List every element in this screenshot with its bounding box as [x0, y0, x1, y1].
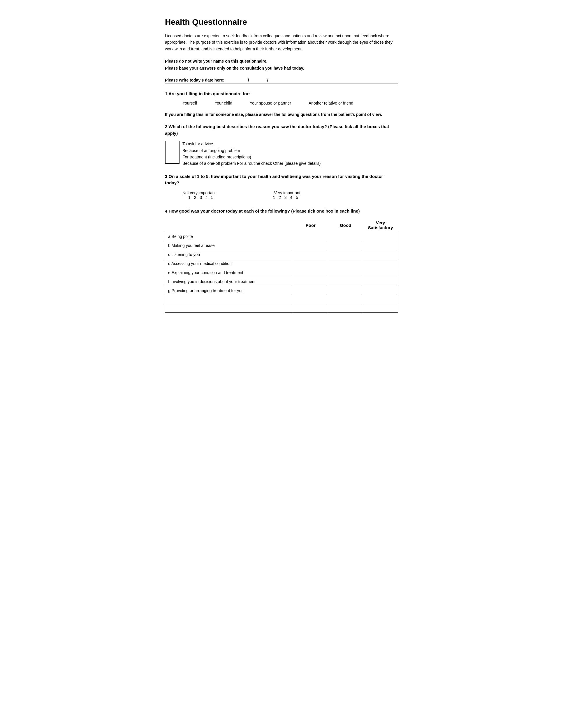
table-cell-5-2[interactable]: [363, 277, 398, 286]
table-cell-label-2: c Listening to you: [165, 250, 293, 259]
table-cell-6-2[interactable]: [363, 286, 398, 295]
table-col-header-good: Good: [328, 218, 363, 232]
table-cell-4-1[interactable]: [328, 268, 363, 277]
table-col-header-very-satisfactory: Very Satisfactory: [363, 218, 398, 232]
table-cell-7-0[interactable]: [293, 295, 328, 304]
q2-label: 2 Which of the following best describes …: [165, 123, 398, 137]
q1-label: 1 Are you filling in this questionnaire …: [165, 91, 398, 96]
q2-option-2: Because of an ongoing problem: [182, 147, 321, 154]
table-cell-6-0[interactable]: [293, 286, 328, 295]
table-cell-1-1[interactable]: [328, 241, 363, 250]
date-slash: / /: [233, 78, 268, 82]
q2-option-1: To ask for advice: [182, 141, 321, 147]
table-row: b Making you feel at ease: [165, 241, 398, 250]
scale-numbers-left: 1 2 3 4 5: [188, 195, 215, 200]
table-cell-2-1[interactable]: [328, 250, 363, 259]
date-row: Please write today's date here: / /: [165, 78, 398, 84]
page-title: Health Questionnaire: [165, 17, 398, 27]
table-row: a Being polite: [165, 232, 398, 241]
table-cell-4-2[interactable]: [363, 268, 398, 277]
table-cell-label-3: d Assessing your medical condition: [165, 259, 293, 268]
q4-label: 4 How good was your doctor today at each…: [165, 208, 398, 215]
table-row: e Explaining your condition and treatmen…: [165, 268, 398, 277]
table-row: c Listening to you: [165, 250, 398, 259]
q2-option-3: For treatment (including prescriptions): [182, 154, 321, 160]
table-cell-0-0[interactable]: [293, 232, 328, 241]
option-your-child: Your child: [214, 101, 232, 105]
scale-numbers-row: 1 2 3 4 5 1 2 3 4 5: [188, 195, 398, 200]
table-cell-6-1[interactable]: [328, 286, 363, 295]
table-cell-label-0: a Being polite: [165, 232, 293, 241]
someone-else-note: If you are filling this in for someone e…: [165, 111, 398, 118]
table-cell-4-0[interactable]: [293, 268, 328, 277]
table-cell-1-2[interactable]: [363, 241, 398, 250]
checkbox-labels: To ask for advice Because of an ongoing …: [182, 141, 321, 167]
table-cell-label-5: f Involving you in decisions about your …: [165, 277, 293, 286]
table-col-header-label: [165, 218, 293, 232]
q2-option-4: Because of a one-off problem For a routi…: [182, 160, 321, 167]
table-cell-8-2[interactable]: [363, 304, 398, 313]
scale-right-label: Very important: [274, 190, 300, 195]
table-cell-2-2[interactable]: [363, 250, 398, 259]
table-cell-2-0[interactable]: [293, 250, 328, 259]
table-cell-3-0[interactable]: [293, 259, 328, 268]
table-cell-7-1[interactable]: [328, 295, 363, 304]
table-row: [165, 295, 398, 304]
table-cell-label-6: g Providing or arranging treatment for y…: [165, 286, 293, 295]
bold-instructions: Please do not write your name on this qu…: [165, 58, 398, 72]
table-cell-3-1[interactable]: [328, 259, 363, 268]
table-cell-8-1[interactable]: [328, 304, 363, 313]
rating-table: Poor Good Very Satisfactory a Being poli…: [165, 218, 398, 313]
table-cell-8-0[interactable]: [293, 304, 328, 313]
table-cell-0-2[interactable]: [363, 232, 398, 241]
table-cell-label-8: [165, 304, 293, 313]
option-spouse: Your spouse or partner: [250, 101, 291, 105]
table-cell-5-1[interactable]: [328, 277, 363, 286]
table-row: [165, 304, 398, 313]
table-cell-label-1: b Making you feel at ease: [165, 241, 293, 250]
q3-section: 3 On a scale of 1 to 5, how important to…: [165, 173, 398, 200]
q1-options-row: Yourself Your child Your spouse or partn…: [182, 101, 398, 105]
scale-left-label: Not very important: [182, 190, 216, 195]
table-cell-1-0[interactable]: [293, 241, 328, 250]
checkbox-box[interactable]: [165, 141, 179, 164]
table-body: a Being politeb Making you feel at easec…: [165, 232, 398, 313]
table-cell-label-7: [165, 295, 293, 304]
bold-note2: Please base your answers only on the con…: [165, 66, 304, 70]
scale-labels-row: Not very important Very important: [182, 190, 398, 195]
option-yourself: Yourself: [182, 101, 197, 105]
q2-checkbox-area: To ask for advice Because of an ongoing …: [165, 141, 398, 167]
scale-numbers-right: 1 2 3 4 5: [273, 195, 300, 200]
table-cell-3-2[interactable]: [363, 259, 398, 268]
q3-label: 3 On a scale of 1 to 5, how important to…: [165, 173, 398, 186]
table-row: g Providing or arranging treatment for y…: [165, 286, 398, 295]
intro-text: Licensed doctors are expected to seek fe…: [165, 33, 398, 52]
table-row: d Assessing your medical condition: [165, 259, 398, 268]
table-header-row: Poor Good Very Satisfactory: [165, 218, 398, 232]
table-cell-7-2[interactable]: [363, 295, 398, 304]
table-cell-label-4: e Explaining your condition and treatmen…: [165, 268, 293, 277]
table-col-header-poor: Poor: [293, 218, 328, 232]
table-cell-0-1[interactable]: [328, 232, 363, 241]
table-row: f Involving you in decisions about your …: [165, 277, 398, 286]
bold-note1: Please do not write your name on this qu…: [165, 59, 267, 63]
table-cell-5-0[interactable]: [293, 277, 328, 286]
option-relative: Another relative or friend: [309, 101, 353, 105]
date-label: Please write today's date here:: [165, 78, 224, 82]
